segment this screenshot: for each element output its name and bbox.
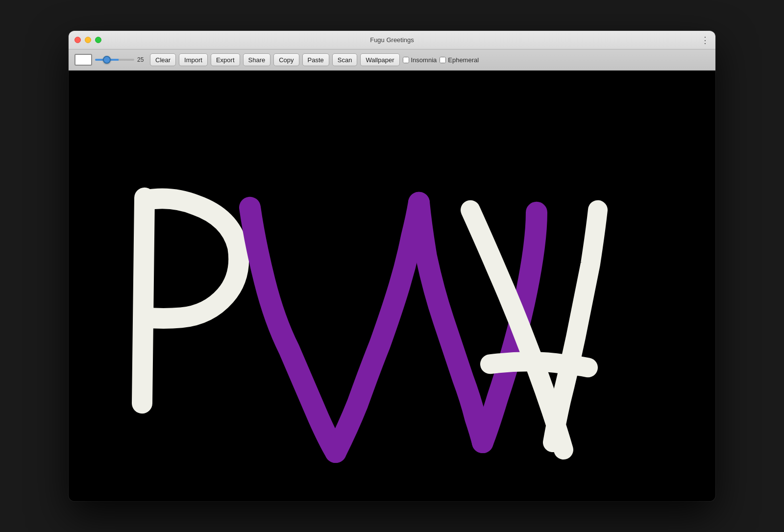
minimize-button[interactable] xyxy=(85,37,91,43)
share-button[interactable]: Share xyxy=(243,53,271,66)
titlebar: Fugu Greetings ⋮ xyxy=(69,31,715,49)
letter-a-right-stroke xyxy=(553,210,598,442)
copy-button[interactable]: Copy xyxy=(273,53,299,66)
insomnia-checkbox[interactable] xyxy=(403,57,409,63)
wallpaper-button[interactable]: Wallpaper xyxy=(360,53,399,66)
canvas-area[interactable] xyxy=(69,71,715,501)
toolbar: 25 Clear Import Export Share Copy Paste … xyxy=(69,49,715,71)
color-swatch[interactable] xyxy=(74,54,92,66)
insomnia-label: Insomnia xyxy=(411,56,437,64)
scan-button[interactable]: Scan xyxy=(332,53,358,66)
paste-button[interactable]: Paste xyxy=(302,53,329,66)
drawing-canvas[interactable] xyxy=(69,71,715,501)
ephemeral-checkbox[interactable] xyxy=(440,57,446,63)
export-button[interactable]: Export xyxy=(211,53,240,66)
menu-icon[interactable]: ⋮ xyxy=(701,36,710,45)
letter-w-left-down xyxy=(250,208,336,452)
close-button[interactable] xyxy=(74,37,81,43)
ephemeral-label: Ephemeral xyxy=(448,56,479,64)
app-window: Fugu Greetings ⋮ 25 Clear Import Export … xyxy=(69,31,715,501)
brush-size-slider[interactable] xyxy=(95,59,134,61)
letter-a-crossbar xyxy=(490,362,588,367)
letter-w-middle-up xyxy=(336,203,419,452)
clear-button[interactable]: Clear xyxy=(150,53,176,66)
brush-size-container: 25 xyxy=(95,56,147,63)
ephemeral-checkbox-label[interactable]: Ephemeral xyxy=(440,56,479,64)
slider-value: 25 xyxy=(137,56,147,63)
traffic-lights xyxy=(74,37,101,43)
maximize-button[interactable] xyxy=(95,37,101,43)
letter-p-bowl xyxy=(145,198,239,318)
window-title: Fugu Greetings xyxy=(370,36,414,44)
letter-p-stem xyxy=(142,198,145,404)
import-button[interactable]: Import xyxy=(179,53,208,66)
insomnia-checkbox-label[interactable]: Insomnia xyxy=(403,56,437,64)
